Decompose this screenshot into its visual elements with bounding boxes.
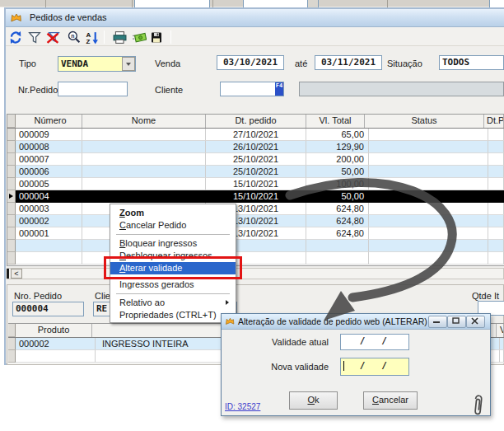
nro-pedido-label: Nro. Pedido	[14, 291, 62, 301]
toolbar-separator	[387, 0, 388, 7]
col-produto[interactable]: Produto	[16, 324, 92, 337]
row-pointer-icon	[9, 194, 13, 199]
refresh-icon[interactable]	[8, 30, 23, 45]
menu-separator	[116, 293, 230, 294]
col-vl-total[interactable]: Vl. Total	[306, 115, 365, 128]
table-row[interactable]: 00000927/10/202165,00	[7, 129, 504, 141]
cliente-name-display	[299, 82, 504, 96]
maximize-button[interactable]	[447, 316, 466, 328]
toolbar-separator	[45, 0, 46, 7]
date-from-field[interactable]: 03/10/2021	[217, 55, 284, 70]
table-row[interactable]: 00000213/10/2021624,80	[7, 215, 504, 227]
table-row[interactable]: 00000113/10/2021624,80	[7, 227, 504, 240]
scroll-left-button[interactable]: <	[11, 269, 22, 279]
col-status[interactable]: Status	[365, 115, 484, 128]
submenu-arrow-icon	[226, 300, 229, 305]
tipo-dropdown-button[interactable]	[122, 57, 135, 71]
orders-table: Número Nome Dt. pedido Vl. Total Status …	[7, 114, 504, 266]
alterar-validade-dialog: Alteração de validade de pedido web (ALT…	[221, 313, 491, 416]
table-row-selected[interactable]: 00000415/10/202150,00	[7, 190, 504, 203]
minimize-button[interactable]	[428, 316, 447, 328]
f4-lookup-button[interactable]: F4	[275, 82, 283, 96]
validade-atual-label: Validade atual	[254, 337, 329, 347]
selector-header	[7, 115, 16, 128]
table-row[interactable]: 00000725/10/2021200,00	[7, 153, 504, 166]
qtde-itens-label: Qtde It	[472, 291, 499, 301]
filter-clear-icon[interactable]	[45, 30, 62, 45]
menu-item-ingressos-gerados[interactable]: Ingressos gerados	[110, 279, 236, 291]
nr-pedido-input[interactable]	[58, 82, 128, 96]
text-cursor	[343, 361, 344, 371]
cancelar-button[interactable]: Cancelar	[363, 391, 418, 410]
dialog-title: Alteração de validade de pedido web (ALT…	[238, 316, 427, 326]
toolbar-separator	[104, 30, 105, 44]
menu-item-zoom[interactable]: Zoom	[110, 207, 236, 219]
filter-icon[interactable]	[27, 30, 42, 45]
col-nome[interactable]: Nome	[82, 115, 206, 128]
minimize-icon	[429, 316, 445, 326]
save-icon[interactable]	[150, 30, 163, 45]
foxpro-icon	[225, 316, 236, 326]
table-row[interactable]: 00000515/10/2021100,00	[7, 178, 504, 190]
foxpro-icon	[10, 12, 23, 23]
nro-pedido-field[interactable]: 000004	[12, 302, 84, 316]
col-vl[interactable]: Vl.	[497, 324, 504, 337]
maximize-icon	[448, 316, 464, 326]
toolbar-separator	[212, 0, 213, 7]
col-numero[interactable]: Número	[16, 115, 82, 128]
window-title: Pedidos de vendas	[30, 12, 107, 22]
zoom-icon[interactable]: n	[67, 30, 82, 45]
horizontal-scrollbar[interactable]	[7, 268, 504, 279]
id-link[interactable]: ID: 32527	[225, 402, 260, 411]
screenshot-canvas: Pedidos de vendas n A Z	[0, 0, 504, 431]
situacao-field[interactable]: TODOS	[439, 55, 504, 70]
chevron-down-icon	[126, 63, 131, 66]
table-row-empty	[7, 252, 504, 265]
ate-label: até	[295, 59, 307, 68]
pay-icon[interactable]	[132, 30, 147, 45]
nr-pedido-label: Nr.Pedido	[18, 85, 58, 95]
grid-splitter[interactable]	[7, 269, 9, 279]
situacao-label: Situação	[387, 59, 422, 68]
table-row[interactable]: 00000313/10/2021624,80	[7, 203, 504, 215]
menu-separator	[116, 234, 230, 235]
toolbar-separator	[132, 0, 133, 7]
table-header-row: Número Nome Dt. pedido Vl. Total Status …	[7, 115, 504, 129]
ok-button[interactable]: Ok	[289, 391, 338, 410]
tipo-label: Tipo	[19, 59, 36, 68]
menu-item-bloquear-ingressos[interactable]: Bloquear ingressos	[110, 237, 236, 250]
table-row[interactable]: 00000826/10/2021129,90	[7, 141, 504, 153]
nova-validade-field[interactable]: / /	[340, 358, 409, 376]
menu-item-cancelar-pedido[interactable]: Cancelar Pedido	[110, 219, 236, 232]
svg-text:n: n	[71, 33, 74, 39]
close-button[interactable]	[466, 316, 485, 328]
venda-label: Venda	[155, 59, 180, 68]
svg-text:Z: Z	[86, 38, 91, 45]
menu-item-propriedades[interactable]: Propriedades (CTRL+T)	[110, 309, 236, 321]
parent-toolbar-strip	[0, 0, 504, 7]
nova-validade-label: Nova validade	[254, 362, 329, 372]
table-row[interactable]: 00000625/10/202150,00	[7, 166, 504, 178]
col-dt-prev[interactable]: Dt.Prev	[484, 115, 504, 128]
paperclip-icon	[470, 393, 486, 418]
cliente-label: Cliente	[155, 85, 183, 95]
date-to-field[interactable]: 03/11/2021	[315, 55, 382, 70]
sort-az-icon[interactable]: A Z	[85, 30, 100, 45]
toolbar-separator	[170, 30, 171, 44]
col-dt-pedido[interactable]: Dt. pedido	[206, 115, 306, 128]
close-icon	[467, 316, 483, 326]
table-row-empty	[7, 240, 504, 252]
print-icon[interactable]	[112, 30, 128, 45]
validade-atual-field[interactable]: / /	[340, 334, 409, 350]
menu-item-relativo-ao[interactable]: Relativo ao	[110, 297, 236, 309]
red-highlight-annotation	[104, 256, 242, 279]
